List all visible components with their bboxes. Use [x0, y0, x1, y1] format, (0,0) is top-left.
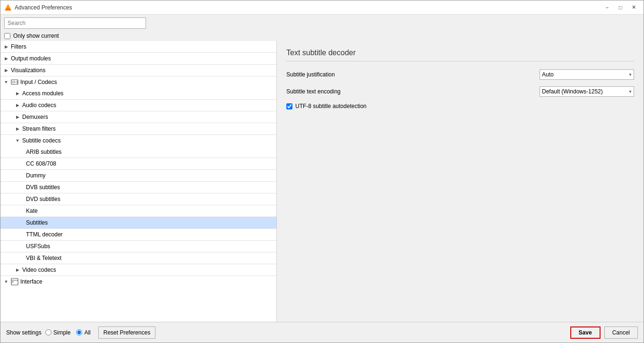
chevron-right-icon: ▶	[15, 91, 20, 96]
radio-all-label: All	[84, 329, 90, 336]
utf8-autodetection-label: UTF-8 subtitle autodetection	[295, 103, 367, 109]
subtitle-text-encoding-control: Default (Windows-1252) UTF-8 Latin-1	[540, 86, 634, 97]
chevron-right-icon: ▶	[3, 44, 9, 50]
tree-item-access-modules[interactable]: ▶ Access modules	[0, 88, 276, 99]
chevron-down-icon: ▼	[3, 79, 9, 85]
title-bar: Advanced Preferences − □ ✕	[0, 0, 644, 15]
tree-item-stream-filters[interactable]: ▶ Stream filters	[0, 123, 276, 134]
tree-container[interactable]: ▶ Filters ▶ Output modules ▶ Visualizati…	[0, 41, 276, 322]
bottom-right-buttons: Save Cancel	[570, 326, 638, 339]
tree-item-cc-608-708[interactable]: CC 608/708	[0, 158, 276, 169]
tree-item-input-codecs[interactable]: ▼ Input / Codecs	[0, 76, 276, 88]
radio-simple: Simple	[45, 329, 71, 336]
chevron-down-icon: ▼	[3, 279, 9, 284]
pref-row-utf8-autodetection: UTF-8 subtitle autodetection	[286, 103, 634, 109]
tree-item-subtitle-codecs[interactable]: ▼ Subtitle codecs	[0, 135, 276, 146]
interface-icon	[11, 278, 18, 285]
app-icon	[4, 4, 12, 11]
chevron-right-icon: ▶	[3, 67, 9, 73]
bottom-bar: Show settings Simple All Reset Preferenc…	[0, 322, 644, 343]
search-input[interactable]	[4, 17, 146, 29]
chevron-right-icon: ▶	[15, 126, 20, 132]
maximize-button[interactable]: □	[614, 3, 627, 12]
title-bar-title: Advanced Preferences	[15, 4, 601, 11]
radio-all-input[interactable]	[76, 329, 82, 335]
chevron-right-icon: ▶	[15, 102, 20, 108]
right-panel: Text subtitle decoder Subtitle justifica…	[277, 41, 644, 322]
tree-item-arib-subtitles[interactable]: ARIB subtitles	[0, 146, 276, 158]
chevron-right-icon: ▶	[15, 267, 20, 273]
radio-simple-label: Simple	[53, 329, 71, 336]
tree-item-usfsubs[interactable]: USFSubs	[0, 241, 276, 252]
radio-group-show-settings: Simple All	[45, 329, 91, 336]
content-area: ▶ Filters ▶ Output modules ▶ Visualizati…	[0, 41, 644, 322]
title-bar-controls: − □ ✕	[601, 3, 640, 12]
show-settings-label: Show settings	[6, 329, 42, 336]
tree-item-dvd-subtitles[interactable]: DVD subtitles	[0, 193, 276, 205]
left-panel: ▶ Filters ▶ Output modules ▶ Visualizati…	[0, 41, 277, 322]
chevron-right-icon: ▶	[3, 56, 9, 61]
subtitle-text-encoding-dropdown-wrapper: Default (Windows-1252) UTF-8 Latin-1	[540, 86, 634, 97]
subtitle-justification-dropdown-wrapper: Auto Left Center Right	[540, 69, 634, 80]
only-show-current-checkbox[interactable]	[4, 33, 10, 39]
chevron-right-icon: ▶	[15, 114, 20, 120]
search-toolbar	[0, 15, 644, 32]
cancel-button[interactable]: Cancel	[604, 326, 638, 339]
tree-item-visualizations[interactable]: ▶ Visualizations	[0, 65, 276, 76]
subtitle-justification-dropdown[interactable]: Auto Left Center Right	[540, 69, 634, 80]
radio-all: All	[76, 329, 90, 336]
tree-item-ttml-decoder[interactable]: TTML decoder	[0, 229, 276, 240]
reset-preferences-button[interactable]: Reset Preferences	[98, 326, 155, 339]
pref-row-subtitle-justification: Subtitle justification Auto Left Center …	[286, 69, 634, 80]
tree-item-subtitles[interactable]: Subtitles	[0, 217, 276, 228]
svg-rect-10	[12, 281, 14, 283]
close-button[interactable]: ✕	[627, 3, 640, 12]
tree-item-vbi-teletext[interactable]: VBI & Teletext	[0, 252, 276, 264]
tree-item-dummy[interactable]: Dummy	[0, 170, 276, 181]
tree-item-output-modules[interactable]: ▶ Output modules	[0, 53, 276, 64]
codecs-icon	[11, 78, 18, 86]
radio-simple-input[interactable]	[45, 329, 52, 335]
main-window: Advanced Preferences − □ ✕ Only show cur…	[0, 0, 644, 343]
save-button[interactable]: Save	[570, 326, 601, 339]
subtitle-justification-label: Subtitle justification	[286, 71, 540, 78]
subtitle-text-encoding-dropdown[interactable]: Default (Windows-1252) UTF-8 Latin-1	[540, 86, 634, 97]
subtitle-justification-control: Auto Left Center Right	[540, 69, 634, 80]
tree-item-interface[interactable]: ▼ Interface	[0, 276, 276, 287]
only-show-row: Only show current	[0, 32, 644, 41]
tree-item-demuxers[interactable]: ▶ Demuxers	[0, 111, 276, 123]
section-title: Text subtitle decoder	[286, 49, 634, 61]
pref-row-subtitle-text-encoding: Subtitle text encoding Default (Windows-…	[286, 86, 634, 97]
tree-item-audio-codecs[interactable]: ▶ Audio codecs	[0, 100, 276, 111]
minimize-button[interactable]: −	[601, 3, 613, 12]
only-show-current-label: Only show current	[13, 33, 59, 39]
tree-item-filters[interactable]: ▶ Filters	[0, 41, 276, 52]
utf8-autodetection-checkbox[interactable]	[286, 103, 292, 109]
tree-item-video-codecs[interactable]: ▶ Video codecs	[0, 264, 276, 276]
tree-item-dvb-subtitles[interactable]: DVB subtitles	[0, 182, 276, 193]
svg-rect-2	[6, 9, 10, 10]
subtitle-text-encoding-label: Subtitle text encoding	[286, 88, 540, 95]
chevron-down-icon: ▼	[15, 138, 20, 143]
tree-item-kate[interactable]: Kate	[0, 205, 276, 217]
